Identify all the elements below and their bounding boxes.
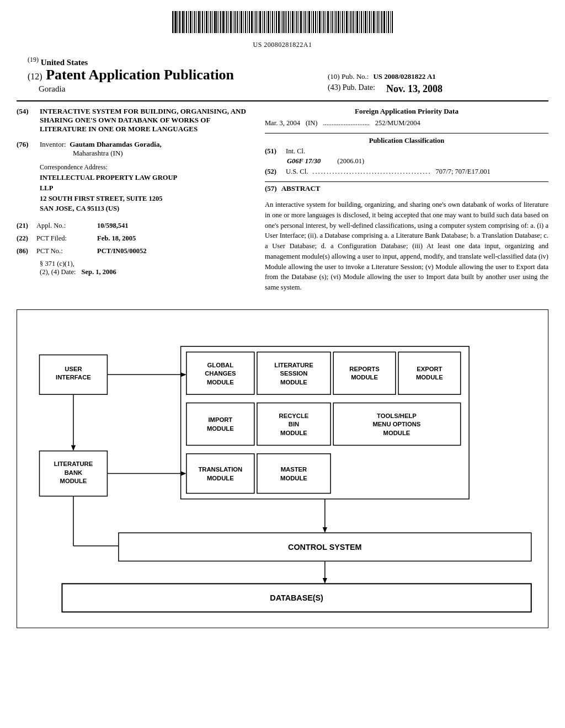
- svg-rect-29: [228, 11, 229, 33]
- svg-rect-40: [251, 11, 253, 33]
- diagram-svg: USER INTERFACE LITERATURE BANK MODULE GL…: [28, 321, 537, 615]
- pct-filed-label: PCT Filed:: [36, 234, 97, 243]
- tools-help-label-3: MODULE: [383, 430, 411, 436]
- barcode-image: [167, 10, 398, 40]
- svg-rect-101: [376, 11, 376, 33]
- svg-rect-60: [290, 11, 291, 33]
- master-box: [257, 453, 331, 493]
- arrowhead-ui-modules: [181, 372, 186, 377]
- svg-rect-8: [186, 11, 187, 33]
- section-371-line1: § 371 (c)(1),: [40, 260, 254, 268]
- svg-rect-6: [182, 11, 184, 33]
- pub-no-prefix: (10) Pub. No.:: [328, 72, 369, 81]
- svg-rect-79: [330, 11, 331, 33]
- svg-rect-2: [175, 11, 177, 33]
- svg-rect-50: [272, 11, 273, 33]
- translation-box: [186, 453, 254, 493]
- inventor-details: Inventor: Gautam Dharamdas Goradia, Maha…: [40, 140, 162, 158]
- global-changes-label-2: CHANGES: [205, 370, 236, 377]
- inventor-label: Inventor:: [40, 140, 66, 148]
- corr-line-1: INTELLECTUAL PROPERTY LAW GROUP: [40, 173, 254, 183]
- svg-rect-42: [255, 11, 257, 33]
- svg-rect-58: [286, 11, 287, 33]
- lit-session-label-1: LITERATURE: [274, 362, 313, 368]
- lit-bank-label-3: MODULE: [60, 478, 87, 484]
- recycle-bin-label-2: BIN: [289, 421, 299, 427]
- corr-line-3: 12 SOUTH FIRST STREET, SUITE 1205: [40, 194, 254, 204]
- svg-rect-70: [311, 11, 312, 33]
- svg-rect-53: [278, 11, 280, 33]
- svg-rect-44: [259, 11, 261, 33]
- recycle-bin-label-1: RECYCLE: [279, 413, 309, 419]
- us-cl-row: (52) U.S. Cl. ..........................…: [265, 168, 548, 176]
- foreign-app-title: Foreign Application Priority Data: [265, 107, 548, 116]
- svg-rect-88: [349, 11, 349, 33]
- svg-rect-3: [177, 11, 178, 33]
- us-cl-dots: ........................................…: [312, 168, 431, 176]
- foreign-app-number: 252/MUM/2004: [375, 119, 420, 127]
- svg-rect-65: [300, 11, 302, 33]
- title-field-num: (54): [17, 107, 34, 133]
- global-changes-label-1: GLOBAL: [207, 362, 234, 368]
- int-cl-row: (51) Int. Cl.: [265, 147, 548, 156]
- svg-rect-93: [359, 11, 360, 33]
- svg-rect-105: [383, 11, 385, 33]
- svg-rect-31: [233, 11, 233, 33]
- pct-no-num: (86): [17, 247, 36, 255]
- svg-rect-39: [249, 11, 250, 33]
- int-cl-class: G06F 17/30: [287, 157, 321, 165]
- patent-number-top: US 20080281822A1: [0, 41, 565, 49]
- diagram-section: USER INTERFACE LITERATURE BANK MODULE GL…: [17, 309, 548, 629]
- import-label-1: IMPORT: [208, 416, 232, 423]
- pct-no-value: PCT/IN05/00052: [97, 247, 147, 255]
- inventor-row: (76) Inventor: Gautam Dharamdas Goradia,…: [17, 140, 254, 158]
- svg-rect-94: [361, 11, 362, 33]
- arrowhead-modules-control: [323, 527, 327, 533]
- svg-rect-80: [332, 11, 333, 33]
- foreign-app-date: Mar. 3, 2004: [265, 119, 300, 127]
- header-right: (10) Pub. No.: US 2008/0281822 A1 (43) P…: [328, 56, 537, 95]
- svg-rect-102: [377, 11, 379, 33]
- svg-rect-75: [322, 11, 322, 33]
- pub-type: (12) Patent Application Publication: [28, 67, 328, 83]
- svg-rect-87: [346, 11, 348, 33]
- correspondence-block: Correspondence Address: INTELLECTUAL PRO…: [40, 163, 254, 214]
- svg-rect-1: [174, 11, 174, 33]
- pub-type-label: Patent Application Publication: [46, 67, 234, 83]
- pub-date-value: Nov. 13, 2008: [386, 83, 443, 95]
- foreign-app-dots: ...........................: [323, 119, 369, 127]
- svg-rect-0: [172, 11, 173, 33]
- right-divider-2: [265, 181, 548, 182]
- main-divider: [17, 100, 548, 101]
- svg-rect-89: [350, 11, 351, 33]
- corr-line-4: SAN JOSE, CA 95113 (US): [40, 204, 254, 214]
- svg-rect-45: [262, 11, 263, 33]
- master-label-2: MODULE: [280, 475, 307, 481]
- foreign-app-row: Mar. 3, 2004 (IN) ......................…: [265, 119, 548, 127]
- svg-rect-7: [184, 11, 185, 33]
- svg-rect-82: [335, 11, 337, 33]
- header-left: (19) United States (12) Patent Applicati…: [28, 56, 328, 95]
- svg-rect-95: [363, 11, 364, 33]
- title-field: (54) INTERACTIVE SYSTEM FOR BUILDING, OR…: [17, 107, 254, 133]
- svg-rect-77: [326, 11, 326, 33]
- pub-type-prefix: (12): [28, 72, 42, 81]
- global-changes-label-3: MODULE: [207, 378, 234, 385]
- country-label: (19) United States: [28, 56, 328, 67]
- svg-rect-30: [230, 11, 232, 33]
- svg-rect-68: [307, 11, 307, 33]
- export-label-1: EXPORT: [417, 366, 442, 372]
- header-section: (19) United States (12) Patent Applicati…: [0, 56, 565, 95]
- pct-no-row: (86) PCT No.: PCT/IN05/00052: [17, 247, 254, 255]
- svg-rect-15: [200, 11, 201, 33]
- appl-no-label: Appl. No.:: [36, 222, 97, 230]
- pub-class-title: Publication Classification: [265, 137, 548, 145]
- lit-bank-label-2: BANK: [65, 469, 83, 475]
- abstract-num: (57): [265, 184, 277, 196]
- svg-rect-10: [190, 11, 191, 33]
- svg-rect-103: [380, 11, 380, 33]
- svg-rect-90: [353, 11, 354, 33]
- svg-rect-14: [198, 11, 200, 33]
- lit-session-label-3: MODULE: [280, 378, 307, 385]
- svg-rect-47: [266, 11, 266, 33]
